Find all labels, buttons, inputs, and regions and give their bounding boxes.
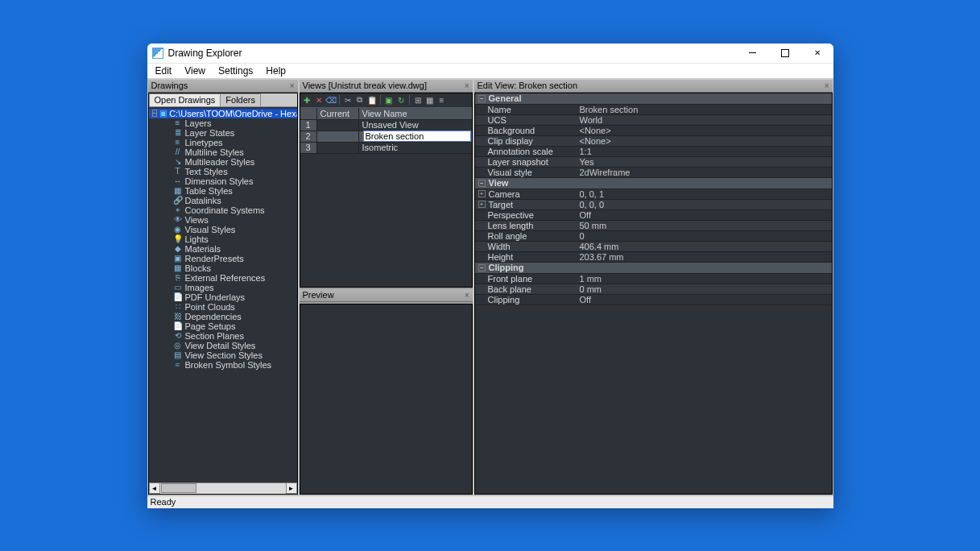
prop-value[interactable]: Off bbox=[577, 295, 832, 304]
prop-row[interactable]: UCSWorld bbox=[475, 115, 832, 126]
panel-close-icon[interactable]: × bbox=[825, 81, 829, 90]
section-toggle-icon[interactable]: − bbox=[478, 264, 486, 271]
scroll-thumb[interactable] bbox=[161, 483, 196, 493]
prop-row[interactable]: Height203.67 mm bbox=[475, 252, 832, 263]
view-row[interactable]: 2Broken section bbox=[300, 131, 472, 143]
tree-node-xref[interactable]: ⎘External References bbox=[149, 273, 297, 283]
prop-value[interactable]: 0, 0, 1 bbox=[577, 189, 832, 199]
prop-value[interactable]: 0 mm bbox=[577, 284, 832, 294]
section-toggle-icon[interactable]: − bbox=[478, 180, 486, 187]
prop-value[interactable]: 2dWireframe bbox=[577, 168, 832, 177]
prop-row[interactable]: Lens length50 mm bbox=[475, 221, 832, 231]
maximize-button[interactable] bbox=[769, 44, 801, 64]
prop-row[interactable]: Back plane0 mm bbox=[475, 284, 832, 295]
tree-node-broken[interactable]: ≈Broken Symbol Styles bbox=[149, 360, 297, 370]
prop-row[interactable]: Layer snapshotYes bbox=[475, 157, 832, 168]
views-col-current[interactable]: Current bbox=[317, 108, 359, 119]
prop-row[interactable]: Roll angle0 bbox=[475, 231, 832, 242]
tree-node-pdf[interactable]: 📄PDF Underlays bbox=[149, 292, 297, 302]
prop-value[interactable]: 1:1 bbox=[577, 147, 832, 156]
prop-value[interactable]: Off bbox=[577, 210, 832, 220]
close-button[interactable] bbox=[801, 44, 833, 64]
tree-node-deps[interactable]: ⛓Dependencies bbox=[149, 312, 297, 321]
tree-node-dim[interactable]: ↔Dimension Styles bbox=[149, 176, 297, 186]
prop-section-view[interactable]: −View bbox=[475, 178, 832, 189]
tree-node-mline[interactable]: //Multiline Styles bbox=[149, 147, 297, 157]
purge-icon[interactable]: ⌫ bbox=[325, 94, 337, 106]
tree-node-vsection[interactable]: ▤View Section Styles bbox=[149, 350, 297, 360]
grid-view-icon[interactable]: ▦ bbox=[424, 94, 436, 106]
menu-edit[interactable]: Edit bbox=[149, 64, 179, 77]
prop-row[interactable]: Background<None> bbox=[475, 126, 832, 136]
prop-value[interactable]: Broken section bbox=[577, 105, 832, 114]
tree-node-vstyle[interactable]: ◉Visual Styles bbox=[149, 225, 297, 234]
view-row[interactable]: 1Unsaved View bbox=[300, 120, 472, 131]
menu-view[interactable]: View bbox=[178, 64, 212, 77]
panel-close-icon[interactable]: × bbox=[290, 81, 295, 90]
tree-node-views[interactable]: 👁Views bbox=[149, 215, 297, 225]
prop-row[interactable]: Visual style2dWireframe bbox=[475, 168, 832, 178]
prop-value[interactable]: <None> bbox=[577, 126, 832, 135]
tree-node-lights[interactable]: 💡Lights bbox=[149, 234, 297, 244]
drawings-tree[interactable]: −▣C:\Users\TOOM\OneDrive - Hexagon\D≡Lay… bbox=[149, 107, 297, 483]
tree-node-pcloud[interactable]: ∷Point Clouds bbox=[149, 302, 297, 312]
prop-row[interactable]: ClippingOff bbox=[475, 295, 832, 305]
tree-node-images[interactable]: ▭Images bbox=[149, 283, 297, 292]
panel-close-icon[interactable]: × bbox=[465, 291, 469, 300]
prop-value[interactable]: 203.67 mm bbox=[577, 252, 832, 262]
tree-node-mleader[interactable]: ↘Multileader Styles bbox=[149, 157, 297, 167]
prop-row[interactable]: Annotation scale1:1 bbox=[475, 147, 832, 157]
tree-node-table[interactable]: ▦Table Styles bbox=[149, 186, 297, 196]
prop-row[interactable]: PerspectiveOff bbox=[475, 210, 832, 221]
refresh-icon[interactable]: ↻ bbox=[395, 94, 407, 106]
prop-section-general[interactable]: −General bbox=[475, 93, 832, 105]
tree-node-layer-states[interactable]: ≣Layer States bbox=[149, 128, 297, 138]
tab-open-drawings[interactable]: Open Drawings bbox=[149, 93, 221, 106]
prop-row[interactable]: +Target0, 0, 0 bbox=[475, 200, 832, 210]
views-col-viewname[interactable]: View Name bbox=[359, 108, 472, 119]
new-icon[interactable]: ✚ bbox=[301, 94, 312, 106]
prop-value[interactable]: World bbox=[577, 115, 832, 125]
scroll-right-button[interactable]: ► bbox=[286, 483, 297, 494]
menu-settings[interactable]: Settings bbox=[212, 64, 259, 77]
tree-hscroll[interactable]: ◄ ► bbox=[149, 483, 297, 494]
collapse-icon[interactable]: − bbox=[152, 110, 158, 117]
tree-node-blocks[interactable]: ▦Blocks bbox=[149, 263, 297, 273]
cut-icon[interactable]: ✂ bbox=[342, 94, 354, 106]
prop-value[interactable]: 0, 0, 0 bbox=[577, 200, 832, 209]
tree-node-datalink[interactable]: 🔗Datalinks bbox=[149, 196, 297, 205]
prop-section-clipping[interactable]: −Clipping bbox=[475, 263, 832, 274]
panel-close-icon[interactable]: × bbox=[465, 81, 469, 90]
prop-row[interactable]: Front plane1 mm bbox=[475, 274, 832, 284]
prop-row[interactable]: Clip display<None> bbox=[475, 136, 832, 147]
tree-node-text[interactable]: TText Styles bbox=[149, 167, 297, 176]
icons-view-icon[interactable]: ⊞ bbox=[412, 94, 424, 106]
prop-row[interactable]: Width406.4 mm bbox=[475, 242, 832, 252]
tree-node-vdetail[interactable]: ◎View Detail Styles bbox=[149, 341, 297, 350]
tree-node-section[interactable]: ⟲Section Planes bbox=[149, 331, 297, 341]
scroll-left-button[interactable]: ◄ bbox=[149, 483, 160, 494]
prop-value[interactable]: <None> bbox=[577, 136, 832, 146]
view-name-edit[interactable]: Broken section bbox=[363, 130, 471, 142]
tree-node-layers[interactable]: ≡Layers bbox=[149, 118, 297, 128]
prop-expand-icon[interactable]: + bbox=[478, 190, 486, 197]
properties-grid[interactable]: −GeneralNameBroken sectionUCSWorldBackgr… bbox=[475, 93, 832, 494]
prop-value[interactable]: 406.4 mm bbox=[577, 242, 832, 251]
tree-node-coord[interactable]: ⌖Coordinate Systems bbox=[149, 205, 297, 215]
view-row[interactable]: 3Isometric bbox=[300, 143, 472, 154]
prop-value[interactable]: 1 mm bbox=[577, 274, 832, 284]
delete-icon[interactable]: ✕ bbox=[313, 94, 325, 106]
copy-icon[interactable]: ⧉ bbox=[354, 94, 366, 106]
prop-row[interactable]: +Camera0, 0, 1 bbox=[475, 189, 832, 200]
prop-value[interactable]: 0 bbox=[577, 231, 832, 241]
tab-folders[interactable]: Folders bbox=[220, 93, 261, 106]
prop-expand-icon[interactable]: + bbox=[478, 201, 486, 208]
tree-node-materials[interactable]: ◆Materials bbox=[149, 244, 297, 254]
prop-value[interactable]: Yes bbox=[577, 157, 832, 167]
tree-node-page[interactable]: 📄Page Setups bbox=[149, 321, 297, 331]
tree-root-node[interactable]: −▣C:\Users\TOOM\OneDrive - Hexagon\D bbox=[149, 109, 297, 118]
minimize-button[interactable] bbox=[737, 44, 769, 64]
list-view-icon[interactable]: ≡ bbox=[436, 94, 448, 106]
paste-icon[interactable]: 📋 bbox=[366, 94, 378, 106]
menu-help[interactable]: Help bbox=[259, 64, 292, 77]
